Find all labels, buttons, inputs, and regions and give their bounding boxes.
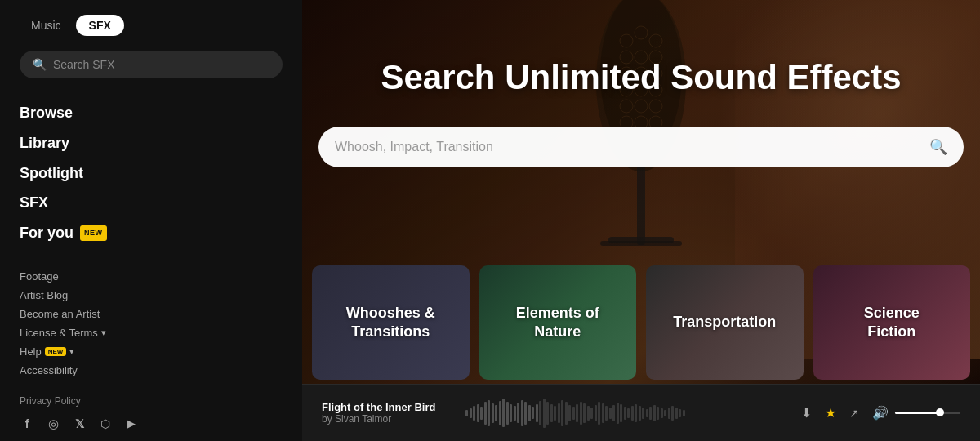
youtube-icon[interactable]: ▶	[124, 417, 139, 430]
instagram-icon[interactable]: ◎	[46, 416, 60, 431]
social-icons: f ◎ 𝕏 ⬡ ▶	[20, 416, 283, 431]
sidebar-item-become-artist[interactable]: Become an Artist	[20, 305, 283, 323]
track-title: Flight of the Inner Bird	[322, 401, 452, 413]
sidebar-search-bar: 🔍	[20, 51, 283, 78]
sidebar-item-license[interactable]: License & Terms ▾	[20, 324, 283, 341]
sidebar-item-artist-blog[interactable]: Artist Blog	[20, 287, 283, 304]
main-nav: Browse Library Spotlight SFX For you NEW	[20, 98, 283, 248]
search-icon: 🔍	[33, 58, 47, 71]
hero-search-bar: 🔍	[318, 127, 964, 167]
tab-music[interactable]: Music	[20, 15, 73, 36]
category-scifi-label: ScienceFiction	[858, 297, 926, 349]
sidebar-footer: Privacy Policy f ◎ 𝕏 ⬡ ▶	[20, 395, 283, 441]
sidebar-item-footage[interactable]: Footage	[20, 268, 283, 285]
category-nature-label: Elements ofNature	[510, 297, 606, 349]
volume-section: 🔊	[872, 405, 960, 421]
sidebar-item-foryou[interactable]: For you NEW	[20, 218, 283, 248]
track-artist: by Sivan Talmor	[322, 413, 452, 425]
chevron-icon: ▾	[101, 327, 106, 338]
sidebar: Music SFX 🔍 Browse Library Spotlight SFX…	[0, 0, 302, 441]
volume-bar[interactable]	[895, 412, 960, 414]
privacy-policy-link[interactable]: Privacy Policy	[20, 395, 283, 407]
category-scifi[interactable]: ScienceFiction	[813, 265, 971, 380]
category-transportation-label: Transportation	[666, 306, 782, 338]
categories-section: Whooshes &Transitions Elements ofNature …	[302, 265, 980, 380]
category-whooshes[interactable]: Whooshes &Transitions	[312, 265, 470, 380]
sidebar-item-help[interactable]: Help NEW ▾	[20, 343, 283, 360]
hero-title: Search Unlimited Sound Effects	[302, 57, 980, 98]
tab-bar: Music SFX	[20, 15, 283, 36]
favorite-button[interactable]: ★	[825, 405, 836, 421]
waveform[interactable]	[466, 399, 788, 428]
hero-search-icon[interactable]: 🔍	[929, 138, 947, 156]
share-button[interactable]: ↗	[849, 407, 859, 420]
volume-knob[interactable]	[936, 408, 944, 416]
player-actions: ⬇ ★ ↗	[801, 405, 859, 421]
facebook-icon[interactable]: f	[20, 417, 34, 430]
volume-fill	[895, 412, 938, 414]
help-chevron-icon: ▾	[69, 346, 74, 357]
twitter-icon[interactable]: 𝕏	[72, 417, 87, 430]
category-transportation[interactable]: Transportation	[646, 265, 804, 380]
player-bar: Flight of the Inner Bird by Sivan Talmor…	[302, 384, 980, 441]
download-button[interactable]: ⬇	[801, 405, 812, 421]
category-nature[interactable]: Elements ofNature	[479, 265, 637, 380]
help-new-badge: NEW	[45, 347, 67, 356]
main-content: Search Unlimited Sound Effects 🔍 Whooshe…	[302, 0, 980, 441]
new-badge: NEW	[80, 225, 107, 240]
tab-sfx[interactable]: SFX	[76, 15, 124, 36]
sidebar-item-spotlight[interactable]: Spotlight	[20, 158, 283, 189]
category-whooshes-label: Whooshes &Transitions	[340, 297, 442, 349]
search-input[interactable]	[53, 58, 270, 71]
sidebar-item-sfx[interactable]: SFX	[20, 188, 283, 218]
track-info: Flight of the Inner Bird by Sivan Talmor	[322, 401, 452, 425]
sidebar-item-accessibility[interactable]: Accessibility	[20, 362, 283, 379]
sidebar-item-library[interactable]: Library	[20, 128, 283, 158]
hero-search-input[interactable]	[335, 140, 921, 154]
sidebar-item-browse[interactable]: Browse	[20, 98, 283, 128]
secondary-nav: Footage Artist Blog Become an Artist Lic…	[20, 268, 283, 379]
volume-icon[interactable]: 🔊	[872, 405, 889, 421]
vimeo-icon[interactable]: ⬡	[98, 417, 113, 430]
